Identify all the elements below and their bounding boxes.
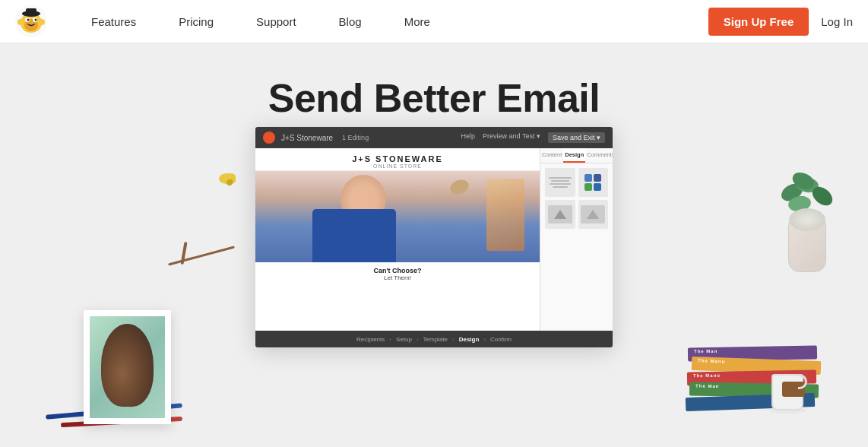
bird-branch xyxy=(167,173,243,265)
editor-brand: J+S Stoneware xyxy=(281,134,333,142)
editor-blocks xyxy=(540,163,613,233)
nav-support[interactable]: Support xyxy=(235,15,318,28)
editor-preview-btn[interactable]: Preview and Test ▾ xyxy=(483,132,540,143)
step-recipients[interactable]: Recipients xyxy=(356,336,385,343)
photo-frame xyxy=(84,310,171,424)
step-design[interactable]: Design xyxy=(459,336,480,343)
login-button[interactable]: Log In xyxy=(821,15,853,28)
photo-frame-inner xyxy=(90,316,165,418)
nav-blog[interactable]: Blog xyxy=(318,15,383,28)
svg-point-9 xyxy=(17,19,24,25)
block-social[interactable] xyxy=(578,168,609,197)
cup-handle xyxy=(798,374,807,389)
plant-vase xyxy=(777,173,838,272)
nav-more[interactable]: More xyxy=(383,15,451,28)
editor-cta: Can't Choose? Let Them! xyxy=(255,262,540,286)
editor-cta-title: Can't Choose? xyxy=(263,267,532,274)
hero-title: Send Better Email xyxy=(268,75,600,121)
deco-right: The Man The Manu The Manu The Man xyxy=(632,158,845,447)
step-template[interactable]: Template xyxy=(423,336,448,343)
branch xyxy=(168,246,235,265)
tab-design[interactable]: Design xyxy=(563,148,585,163)
svg-point-6 xyxy=(35,19,37,21)
step-arrow-3: › xyxy=(452,336,455,343)
editor-mockup: J+S Stoneware 1 Editing Help Preview and… xyxy=(255,127,613,347)
editor-topbar-actions: Help Preview and Test ▾ Save and Exit ▾ xyxy=(461,132,605,143)
editor-store-tagline: ONLINE STORE xyxy=(255,163,540,169)
editor-sidebar: Content Design Comments xyxy=(540,148,613,347)
step-arrow-2: › xyxy=(417,336,419,343)
block-image-right[interactable] xyxy=(578,200,609,229)
svg-point-10 xyxy=(39,19,45,25)
nav-actions: Sign Up Free Log In xyxy=(708,8,853,36)
tab-content[interactable]: Content xyxy=(540,148,563,163)
editor-save-btn[interactable]: Save and Exit ▾ xyxy=(548,132,605,143)
editor-steps-bar: Recipients › Setup › Template › Design ›… xyxy=(255,331,613,347)
navbar: Features Pricing Support Blog More Sign … xyxy=(0,0,868,43)
logo[interactable] xyxy=(15,5,47,37)
editor-body: J+S STONEWARE ONLINE STORE Can't Choose?… xyxy=(255,148,613,347)
step-setup[interactable]: Setup xyxy=(396,336,412,343)
block-text[interactable] xyxy=(545,168,575,197)
editor-content-area: J+S STONEWARE ONLINE STORE Can't Choose?… xyxy=(255,148,540,347)
svg-point-5 xyxy=(27,19,30,21)
deco-left xyxy=(23,128,281,447)
nav-features[interactable]: Features xyxy=(70,15,157,28)
editor-topbar: J+S Stoneware 1 Editing Help Preview and… xyxy=(255,127,613,148)
step-confirm[interactable]: Confirm xyxy=(490,336,512,343)
editor-store-header: J+S STONEWARE ONLINE STORE xyxy=(255,148,540,171)
nav-pricing[interactable]: Pricing xyxy=(157,15,235,28)
editor-cta-sub: Let Them! xyxy=(263,274,532,281)
signup-button[interactable]: Sign Up Free xyxy=(708,8,809,36)
editor-tabs: Content Design Comments xyxy=(540,148,613,163)
coffee-cup xyxy=(768,365,807,411)
step-arrow-4: › xyxy=(483,336,486,343)
editor-logo xyxy=(263,132,275,144)
editor-store-name: J+S STONEWARE xyxy=(255,154,540,163)
step-arrow-1: › xyxy=(389,336,391,343)
vase-body xyxy=(788,219,826,272)
editor-help-btn[interactable]: Help xyxy=(461,132,476,143)
editor-editing-status: 1 Editing xyxy=(342,134,369,141)
block-image-left[interactable] xyxy=(545,200,575,229)
nav-links: Features Pricing Support Blog More xyxy=(70,15,708,28)
hero-section: Send Better Email J+S Stoneware 1 Editin… xyxy=(0,43,868,447)
tab-comments[interactable]: Comments xyxy=(585,148,613,163)
editor-product-image xyxy=(255,171,540,262)
svg-rect-8 xyxy=(26,8,36,15)
